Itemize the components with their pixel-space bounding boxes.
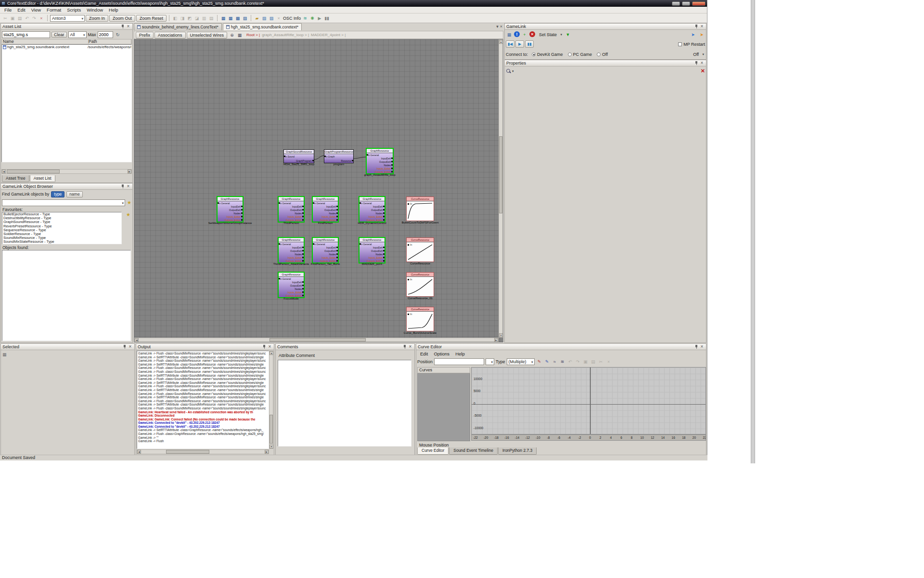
node-wire[interactable] — [354, 157, 366, 158]
node-wire[interactable] — [314, 156, 324, 159]
play-icon[interactable]: ▶ — [515, 40, 524, 48]
pause-icon[interactable]: ▮▮ — [323, 15, 330, 22]
close-icon[interactable] — [408, 344, 413, 350]
node-row[interactable]: Nodes — [359, 211, 385, 215]
zoom-reset-button[interactable]: Zoom Reset — [136, 15, 167, 22]
node-row[interactable]: In Sound — [284, 154, 314, 158]
graph-node[interactable]: GraphResourceIn GeneralInputDefiOutputDe… — [217, 197, 243, 222]
node-in-port[interactable]: In — [408, 202, 412, 205]
gamelink-info-icon[interactable]: ! — [514, 31, 520, 37]
node-row[interactable]: InputDefi — [367, 157, 393, 160]
node-row[interactable]: In General — [279, 242, 304, 246]
curve-menu-edit[interactable]: Edit — [417, 351, 431, 356]
pin-icon[interactable] — [694, 344, 699, 350]
node-row[interactable]: Inputs_Editor — [359, 215, 385, 218]
node-row[interactable]: InputDefi — [279, 246, 304, 249]
play-icon[interactable]: ▶ — [316, 15, 323, 22]
node-row[interactable]: Inputs_Editor — [218, 215, 243, 218]
curve-grid[interactable]: 1000050000-5000-10000 — [471, 367, 706, 434]
node-row[interactable]: GraphProgram — [284, 158, 314, 163]
breadcrumb-item[interactable]: MADDER_4point > | — [311, 33, 346, 37]
tab-asset-list[interactable]: Asset List — [30, 175, 55, 182]
graph-node[interactable]: GraphResourceIn GeneralInputDefiOutputDe… — [312, 197, 338, 222]
screenshot-icon[interactable]: ▨ — [261, 15, 268, 22]
break-tangent-icon[interactable]: ≋ — [559, 358, 566, 365]
osc-creature-icon[interactable]: ❋ — [309, 15, 316, 22]
node-row[interactable]: Outputs_Editor — [359, 259, 385, 263]
graph-node[interactable]: GraphResourceIn GeneralInputDefiOutputDe… — [278, 237, 304, 263]
close-icon[interactable] — [126, 24, 131, 29]
goto-game-icon[interactable]: ➤ — [690, 31, 696, 38]
node-row[interactable]: OutputDefi — [279, 284, 304, 287]
screen-scrollbar[interactable] — [751, 0, 755, 463]
menu-file[interactable]: File — [1, 7, 14, 13]
radio-devkit-game[interactable]: DevKit Game — [532, 52, 563, 57]
close-icon[interactable] — [267, 344, 272, 350]
output-vscrollbar[interactable]: ▲▼ — [269, 351, 273, 449]
breadcrumb-item[interactable]: graph_AssaultRifle_loop > | — [262, 33, 309, 37]
node-row[interactable]: Nodes — [367, 163, 393, 167]
node-row[interactable]: InputDefi — [218, 205, 243, 208]
menu-format[interactable]: Format — [44, 7, 64, 13]
type-combo[interactable]: (Multiple) — [507, 358, 535, 365]
tab-curve-editor[interactable]: Curve Editor — [417, 447, 449, 455]
node-row[interactable]: OutputDefi — [313, 249, 338, 252]
node-row[interactable]: Inputs_Editor — [279, 215, 304, 218]
node-row[interactable]: Outputs_Editor — [359, 218, 385, 222]
node-row[interactable]: In General — [313, 201, 338, 205]
curves-list[interactable] — [417, 373, 470, 441]
node-row[interactable]: Outputs_Editor — [367, 170, 393, 173]
graph-node[interactable]: GraphResourceIn GeneralInputDefiOutputDe… — [312, 237, 338, 263]
node-row[interactable]: In General — [359, 242, 385, 246]
menu-edit[interactable]: Edit — [14, 7, 28, 13]
tab-close-icon[interactable]: × — [500, 24, 502, 29]
menu-help[interactable]: Help — [106, 7, 121, 13]
add-key-icon[interactable]: ✎ — [536, 358, 543, 365]
node-row[interactable]: Resource — [324, 158, 353, 163]
node-row[interactable]: Nodes — [359, 252, 385, 256]
folder-image-icon[interactable]: ▰ — [254, 15, 260, 22]
favourite-star-icon[interactable]: ★ — [126, 212, 130, 217]
zoom-in-button[interactable]: Zoom In — [86, 15, 108, 22]
node-row[interactable]: Inputs_Editor — [313, 256, 338, 259]
grid-toggle-icon[interactable]: ▦ — [236, 32, 243, 39]
max-input[interactable] — [98, 31, 113, 38]
skip-start-icon[interactable]: ▮◀ — [506, 40, 514, 48]
state-grid-icon[interactable]: ▦ — [506, 31, 513, 38]
maximize-button[interactable] — [682, 1, 690, 6]
node-row[interactable]: InputDefi — [279, 205, 304, 208]
position-combo[interactable] — [486, 358, 494, 365]
remove-state-icon[interactable]: × — [529, 31, 535, 37]
radio-off[interactable]: Off — [597, 52, 608, 57]
node-row[interactable]: Outputs_Editor — [279, 218, 304, 222]
close-icon[interactable] — [699, 24, 705, 29]
node-row[interactable]: Outputs_Editor — [218, 218, 243, 222]
column-name[interactable]: Name — [3, 39, 89, 44]
doc-tab[interactable]: hgh_sta25_smg.soundbank.coretext* — [223, 23, 302, 30]
radio-pc-game[interactable]: PC Game — [568, 52, 592, 57]
column-path[interactable]: Path — [89, 39, 131, 44]
favourite-star-icon[interactable]: ★ — [127, 200, 131, 205]
node-row[interactable]: Outputs_Editor — [279, 294, 304, 297]
asset-filter-combo[interactable]: All — [68, 31, 87, 38]
graph-node[interactable]: CurveResourceIn — [406, 197, 434, 221]
graph-node[interactable]: GraphResourceIn GeneralInputDefiOutputDe… — [366, 148, 393, 174]
node-in-port[interactable]: In — [408, 243, 412, 246]
node-row[interactable]: OutputDefi — [359, 249, 385, 252]
node-row[interactable]: InputDefi — [359, 205, 385, 208]
graph-node[interactable]: GraphProgramResourceIn GraphResource — [324, 149, 354, 163]
node-row[interactable]: Inputs_Editor — [359, 256, 385, 259]
pin-icon[interactable] — [120, 24, 126, 29]
node-row[interactable]: In General — [279, 201, 304, 205]
canvas-hscrollbar[interactable]: ◀▶ — [134, 338, 499, 342]
node-row[interactable]: In General — [367, 153, 393, 157]
menu-view[interactable]: View — [28, 7, 44, 13]
tab-sound-event-timeline[interactable]: Sound Event Timeline — [449, 447, 498, 455]
pin-icon[interactable] — [262, 344, 267, 350]
clear-filter-icon[interactable]: ✕ — [701, 68, 705, 74]
node-row[interactable]: InputDefi — [313, 205, 338, 208]
node-row[interactable]: Nodes — [313, 211, 338, 215]
asset-row[interactable]: hgh_sta25_smg.soundbank.coretext/sounds/… — [2, 45, 131, 49]
set-state-dropdown[interactable]: Set State — [537, 32, 563, 38]
menu-window[interactable]: Window — [84, 7, 106, 13]
